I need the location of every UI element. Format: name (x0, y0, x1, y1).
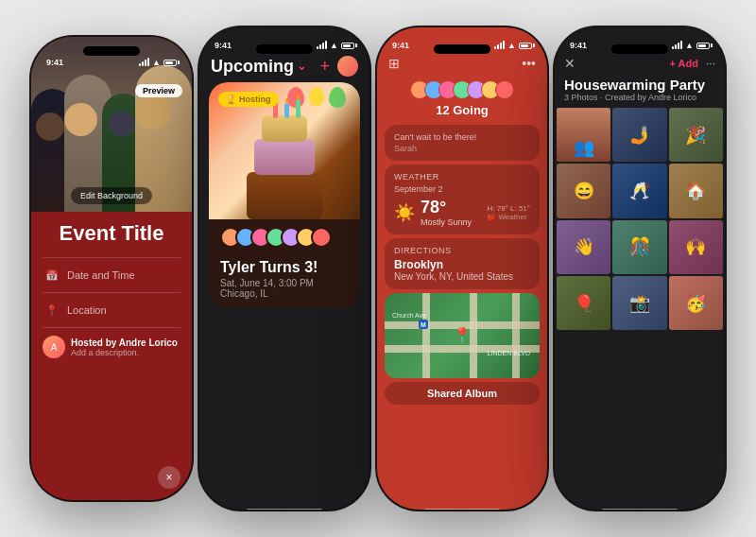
phone-1-event-creation: 9:41 ▲ Preview (31, 37, 192, 500)
photo-cell-7[interactable]: 👋 (557, 220, 610, 274)
close-button-1[interactable]: × (158, 466, 180, 489)
weather-card: Weather September 2 ☀️ 78° Mostly Sunny … (385, 165, 540, 234)
wifi-icon-4: ▲ (685, 41, 694, 50)
going-section: 12 Going (377, 75, 547, 121)
weather-row: ☀️ 78° Mostly Sunny H: 78° L: 51° 🍎 Weat… (394, 198, 530, 227)
edit-background-button[interactable]: Edit Background (71, 187, 152, 204)
rsvp-card: Can't wait to be there! Sarah (385, 125, 540, 161)
host-info: Hosted by Andre Lorico Add a description… (71, 338, 180, 357)
dynamic-island-2 (256, 44, 313, 54)
phone-4-photos: 9:41 ▲ ✕ + Add (555, 27, 725, 510)
preview-badge: Preview (135, 84, 182, 97)
rsvp-author: Sarah (394, 144, 530, 153)
status-time-2: 9:41 (215, 41, 232, 50)
apple-icon: 🍎 (487, 213, 496, 221)
map-preview[interactable]: Church Ave LINDEN BLVD 📍 M (385, 293, 540, 378)
add-description[interactable]: Add a description. (71, 348, 180, 357)
hosting-label: Hosting (239, 95, 271, 104)
trophy-icon: 🏆 (226, 95, 236, 104)
status-time-4: 9:41 (570, 41, 587, 50)
temperature: 78° (421, 198, 472, 217)
photo-cell-5[interactable]: 🥂 (612, 164, 666, 217)
dropdown-chevron[interactable]: ⌄ (297, 60, 306, 73)
street-label-1: Church Ave (392, 312, 426, 319)
status-icons-2: ▲ (317, 41, 354, 50)
photo-cell-1[interactable]: 👥 (557, 108, 610, 162)
home-indicator-4 (602, 509, 678, 510)
signal-2 (317, 42, 327, 49)
host-name: Hosted by Andre Lorico (71, 338, 180, 348)
more-button-4[interactable]: ··· (706, 57, 715, 70)
photo-cell-2[interactable]: 🤳 (612, 108, 666, 162)
map-pin: 📍 (453, 326, 472, 344)
dynamic-island-4 (611, 44, 668, 54)
add-event-button[interactable]: + (319, 57, 330, 77)
head-1 (36, 113, 64, 141)
weather-date: September 2 (394, 184, 530, 194)
event-name: Tyler Turns 3! (220, 259, 349, 276)
event-form: Event Title 📅 Date and Time 📍 Location A… (31, 212, 192, 500)
photo-cell-12[interactable]: 🥳 (669, 276, 723, 330)
hosting-badge: 🏆 Hosting (218, 92, 279, 107)
more-options-3[interactable]: ••• (522, 56, 536, 71)
cake-top-tier (262, 115, 307, 142)
location-row[interactable]: 📍 Location (43, 292, 180, 327)
close-button-4[interactable]: ✕ (564, 56, 576, 71)
shared-album-button[interactable]: Shared Album (385, 382, 540, 405)
going-avatar-7 (495, 80, 514, 99)
metro-icon: M (419, 320, 428, 329)
dynamic-island-3 (434, 44, 490, 54)
home-indicator-2 (247, 509, 322, 510)
upcoming-header: Upcoming ⌄ + (199, 52, 369, 82)
background-photo: 9:41 ▲ Preview (31, 37, 192, 212)
album-meta: 3 Photos · Created by Andre Lorico (564, 93, 715, 102)
phone-3-event-detail: 9:41 ▲ ⊞ ••• (377, 27, 547, 510)
photo-cell-8[interactable]: 🎊 (612, 220, 666, 274)
photo-cell-10[interactable]: 🎈 (557, 276, 610, 330)
location-label: Location (67, 304, 107, 316)
wifi-icon-2: ▲ (330, 41, 338, 50)
album-header: ✕ + Add ··· (555, 52, 725, 75)
flame-2 (285, 98, 288, 103)
sun-icon: ☀️ (394, 202, 415, 223)
apple-weather-credit: 🍎 Weather (487, 213, 530, 221)
attendee-7 (311, 227, 332, 248)
date-time-row[interactable]: 📅 Date and Time (43, 257, 180, 292)
status-icons-4: ▲ (672, 41, 710, 50)
event-title-field[interactable]: Event Title (43, 221, 180, 246)
photo-cell-6[interactable]: 🏠 (669, 164, 723, 217)
signal-1 (139, 59, 149, 66)
rsvp-message-text: Can't wait to be there! (394, 132, 530, 142)
battery-3 (519, 43, 532, 49)
event-detail-header: ⊞ ••• (377, 52, 547, 75)
album-title: Housewarming Party (564, 77, 715, 93)
event-card-tyler[interactable]: 🏆 Hosting (209, 82, 360, 308)
weather-hl: H: 78° L: 51° 🍎 Weather (487, 204, 530, 221)
status-time-1: 9:41 (46, 58, 63, 67)
signal-3 (494, 42, 505, 49)
attendee-avatars (209, 219, 360, 255)
event-info: Tyler Turns 3! Sat, June 14, 3:00 PM Chi… (209, 255, 360, 308)
dynamic-island-1 (83, 46, 140, 56)
phone-2-upcoming: 9:41 ▲ Upcoming ⌄ (199, 27, 369, 510)
user-avatar-2[interactable] (337, 56, 358, 77)
photo-cell-4[interactable]: 😄 (557, 164, 610, 217)
photo-cell-3[interactable]: 🎉 (669, 108, 723, 162)
upcoming-label: Upcoming (211, 57, 294, 77)
weather-desc: Mostly Sunny (421, 217, 472, 227)
hl-temp: H: 78° L: 51° (487, 204, 530, 213)
upcoming-title: Upcoming ⌄ (211, 57, 306, 77)
photo-cell-11[interactable]: 📸 (612, 276, 666, 330)
directions-card[interactable]: Directions Brooklyn New York, NY, United… (385, 238, 540, 289)
host-avatar: A (43, 336, 65, 358)
going-count: 12 Going (385, 103, 540, 117)
road-v-1 (422, 293, 430, 378)
photo-cell-9[interactable]: 🙌 (669, 220, 723, 274)
cake-middle-tier (254, 139, 315, 175)
add-button-4[interactable]: + Add (670, 58, 698, 69)
balloon-yellow (309, 87, 324, 106)
head-2 (64, 103, 97, 136)
going-avatars (385, 80, 540, 99)
road-v-3 (512, 293, 520, 378)
directions-address: New York, NY, United States (394, 271, 530, 282)
